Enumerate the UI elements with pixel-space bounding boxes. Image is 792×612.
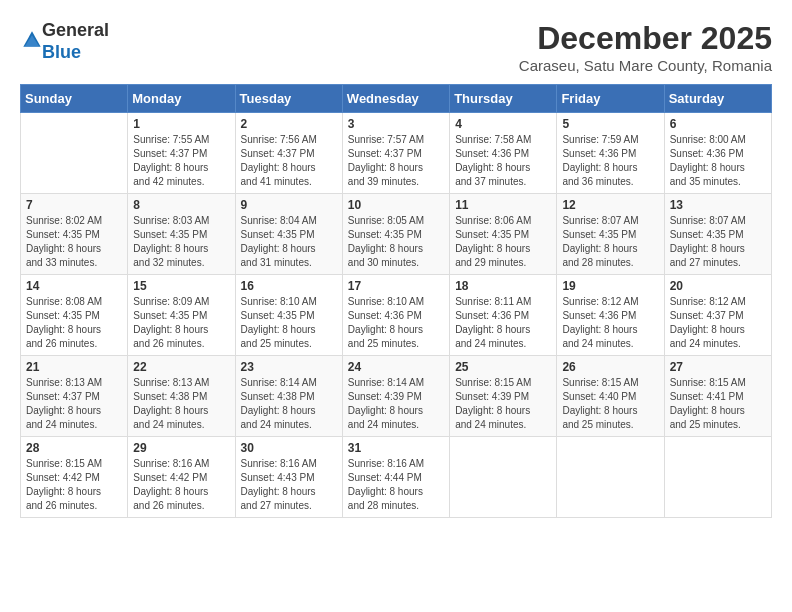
day-number: 4 — [455, 117, 551, 131]
weekday-header: Thursday — [450, 85, 557, 113]
calendar-day-cell — [557, 437, 664, 518]
weekday-header: Monday — [128, 85, 235, 113]
day-number: 11 — [455, 198, 551, 212]
calendar-day-cell: 16Sunrise: 8:10 AM Sunset: 4:35 PM Dayli… — [235, 275, 342, 356]
day-info: Sunrise: 8:12 AM Sunset: 4:36 PM Dayligh… — [562, 295, 658, 351]
weekday-header-row: SundayMondayTuesdayWednesdayThursdayFrid… — [21, 85, 772, 113]
day-number: 27 — [670, 360, 766, 374]
day-number: 22 — [133, 360, 229, 374]
calendar-day-cell: 18Sunrise: 8:11 AM Sunset: 4:36 PM Dayli… — [450, 275, 557, 356]
calendar-day-cell: 5Sunrise: 7:59 AM Sunset: 4:36 PM Daylig… — [557, 113, 664, 194]
day-info: Sunrise: 8:10 AM Sunset: 4:36 PM Dayligh… — [348, 295, 444, 351]
day-number: 7 — [26, 198, 122, 212]
calendar-day-cell: 25Sunrise: 8:15 AM Sunset: 4:39 PM Dayli… — [450, 356, 557, 437]
calendar-day-cell: 11Sunrise: 8:06 AM Sunset: 4:35 PM Dayli… — [450, 194, 557, 275]
day-info: Sunrise: 7:57 AM Sunset: 4:37 PM Dayligh… — [348, 133, 444, 189]
weekday-header: Saturday — [664, 85, 771, 113]
day-number: 13 — [670, 198, 766, 212]
day-number: 5 — [562, 117, 658, 131]
day-info: Sunrise: 8:10 AM Sunset: 4:35 PM Dayligh… — [241, 295, 337, 351]
calendar-day-cell: 7Sunrise: 8:02 AM Sunset: 4:35 PM Daylig… — [21, 194, 128, 275]
day-number: 18 — [455, 279, 551, 293]
day-info: Sunrise: 8:05 AM Sunset: 4:35 PM Dayligh… — [348, 214, 444, 270]
location-title: Caraseu, Satu Mare County, Romania — [519, 57, 772, 74]
day-number: 8 — [133, 198, 229, 212]
logo-icon — [22, 30, 42, 50]
calendar-day-cell: 17Sunrise: 8:10 AM Sunset: 4:36 PM Dayli… — [342, 275, 449, 356]
day-number: 26 — [562, 360, 658, 374]
day-info: Sunrise: 8:07 AM Sunset: 4:35 PM Dayligh… — [562, 214, 658, 270]
day-info: Sunrise: 7:56 AM Sunset: 4:37 PM Dayligh… — [241, 133, 337, 189]
day-number: 29 — [133, 441, 229, 455]
day-info: Sunrise: 8:14 AM Sunset: 4:39 PM Dayligh… — [348, 376, 444, 432]
day-info: Sunrise: 8:02 AM Sunset: 4:35 PM Dayligh… — [26, 214, 122, 270]
calendar-week-row: 14Sunrise: 8:08 AM Sunset: 4:35 PM Dayli… — [21, 275, 772, 356]
day-info: Sunrise: 8:11 AM Sunset: 4:36 PM Dayligh… — [455, 295, 551, 351]
day-number: 19 — [562, 279, 658, 293]
day-info: Sunrise: 7:58 AM Sunset: 4:36 PM Dayligh… — [455, 133, 551, 189]
day-info: Sunrise: 7:55 AM Sunset: 4:37 PM Dayligh… — [133, 133, 229, 189]
day-info: Sunrise: 8:07 AM Sunset: 4:35 PM Dayligh… — [670, 214, 766, 270]
calendar-day-cell: 9Sunrise: 8:04 AM Sunset: 4:35 PM Daylig… — [235, 194, 342, 275]
day-info: Sunrise: 8:15 AM Sunset: 4:42 PM Dayligh… — [26, 457, 122, 513]
calendar-week-row: 21Sunrise: 8:13 AM Sunset: 4:37 PM Dayli… — [21, 356, 772, 437]
day-info: Sunrise: 8:15 AM Sunset: 4:40 PM Dayligh… — [562, 376, 658, 432]
calendar-day-cell: 27Sunrise: 8:15 AM Sunset: 4:41 PM Dayli… — [664, 356, 771, 437]
day-info: Sunrise: 8:00 AM Sunset: 4:36 PM Dayligh… — [670, 133, 766, 189]
day-info: Sunrise: 8:14 AM Sunset: 4:38 PM Dayligh… — [241, 376, 337, 432]
calendar-day-cell: 14Sunrise: 8:08 AM Sunset: 4:35 PM Dayli… — [21, 275, 128, 356]
calendar-day-cell: 10Sunrise: 8:05 AM Sunset: 4:35 PM Dayli… — [342, 194, 449, 275]
day-number: 30 — [241, 441, 337, 455]
day-number: 20 — [670, 279, 766, 293]
weekday-header: Sunday — [21, 85, 128, 113]
calendar-day-cell: 1Sunrise: 7:55 AM Sunset: 4:37 PM Daylig… — [128, 113, 235, 194]
day-number: 25 — [455, 360, 551, 374]
logo-text: General Blue — [42, 20, 109, 63]
day-number: 16 — [241, 279, 337, 293]
day-number: 31 — [348, 441, 444, 455]
calendar-day-cell — [450, 437, 557, 518]
calendar-day-cell: 30Sunrise: 8:16 AM Sunset: 4:43 PM Dayli… — [235, 437, 342, 518]
day-number: 23 — [241, 360, 337, 374]
calendar-day-cell: 8Sunrise: 8:03 AM Sunset: 4:35 PM Daylig… — [128, 194, 235, 275]
weekday-header: Friday — [557, 85, 664, 113]
day-info: Sunrise: 8:12 AM Sunset: 4:37 PM Dayligh… — [670, 295, 766, 351]
calendar-day-cell — [21, 113, 128, 194]
day-number: 28 — [26, 441, 122, 455]
day-number: 24 — [348, 360, 444, 374]
day-info: Sunrise: 8:09 AM Sunset: 4:35 PM Dayligh… — [133, 295, 229, 351]
day-number: 14 — [26, 279, 122, 293]
logo: General Blue — [20, 20, 109, 63]
day-info: Sunrise: 8:04 AM Sunset: 4:35 PM Dayligh… — [241, 214, 337, 270]
calendar-day-cell: 23Sunrise: 8:14 AM Sunset: 4:38 PM Dayli… — [235, 356, 342, 437]
calendar-week-row: 7Sunrise: 8:02 AM Sunset: 4:35 PM Daylig… — [21, 194, 772, 275]
day-info: Sunrise: 8:03 AM Sunset: 4:35 PM Dayligh… — [133, 214, 229, 270]
calendar-day-cell: 21Sunrise: 8:13 AM Sunset: 4:37 PM Dayli… — [21, 356, 128, 437]
day-number: 3 — [348, 117, 444, 131]
calendar-day-cell: 12Sunrise: 8:07 AM Sunset: 4:35 PM Dayli… — [557, 194, 664, 275]
title-area: December 2025 Caraseu, Satu Mare County,… — [519, 20, 772, 74]
calendar-day-cell: 15Sunrise: 8:09 AM Sunset: 4:35 PM Dayli… — [128, 275, 235, 356]
day-info: Sunrise: 8:08 AM Sunset: 4:35 PM Dayligh… — [26, 295, 122, 351]
day-number: 9 — [241, 198, 337, 212]
day-number: 2 — [241, 117, 337, 131]
day-info: Sunrise: 8:16 AM Sunset: 4:42 PM Dayligh… — [133, 457, 229, 513]
day-info: Sunrise: 8:13 AM Sunset: 4:38 PM Dayligh… — [133, 376, 229, 432]
calendar-day-cell: 22Sunrise: 8:13 AM Sunset: 4:38 PM Dayli… — [128, 356, 235, 437]
day-number: 6 — [670, 117, 766, 131]
day-number: 10 — [348, 198, 444, 212]
day-info: Sunrise: 8:13 AM Sunset: 4:37 PM Dayligh… — [26, 376, 122, 432]
day-info: Sunrise: 8:16 AM Sunset: 4:43 PM Dayligh… — [241, 457, 337, 513]
calendar-day-cell: 26Sunrise: 8:15 AM Sunset: 4:40 PM Dayli… — [557, 356, 664, 437]
calendar-day-cell: 31Sunrise: 8:16 AM Sunset: 4:44 PM Dayli… — [342, 437, 449, 518]
day-info: Sunrise: 8:06 AM Sunset: 4:35 PM Dayligh… — [455, 214, 551, 270]
weekday-header: Tuesday — [235, 85, 342, 113]
calendar-day-cell: 6Sunrise: 8:00 AM Sunset: 4:36 PM Daylig… — [664, 113, 771, 194]
calendar-day-cell: 28Sunrise: 8:15 AM Sunset: 4:42 PM Dayli… — [21, 437, 128, 518]
weekday-header: Wednesday — [342, 85, 449, 113]
calendar-day-cell: 19Sunrise: 8:12 AM Sunset: 4:36 PM Dayli… — [557, 275, 664, 356]
day-info: Sunrise: 7:59 AM Sunset: 4:36 PM Dayligh… — [562, 133, 658, 189]
calendar-table: SundayMondayTuesdayWednesdayThursdayFrid… — [20, 84, 772, 518]
day-info: Sunrise: 8:16 AM Sunset: 4:44 PM Dayligh… — [348, 457, 444, 513]
calendar-day-cell: 2Sunrise: 7:56 AM Sunset: 4:37 PM Daylig… — [235, 113, 342, 194]
